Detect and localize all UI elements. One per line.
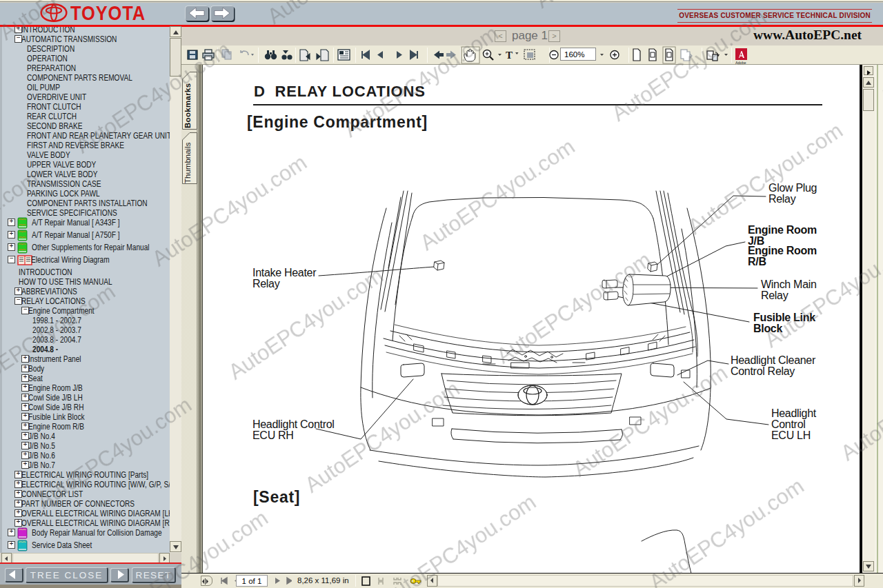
svg-text:T: T <box>506 50 513 61</box>
svg-text:Adobe: Adobe <box>735 61 746 65</box>
